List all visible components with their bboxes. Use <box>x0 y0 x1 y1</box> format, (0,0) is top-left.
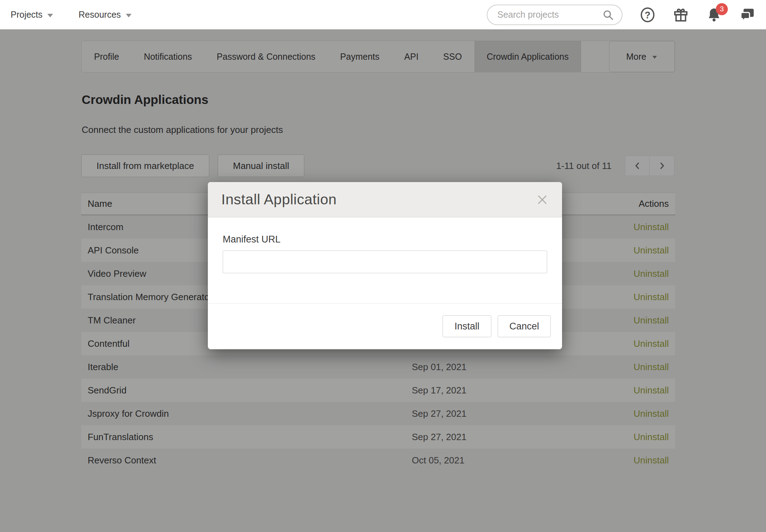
projects-menu[interactable]: Projects <box>11 10 53 20</box>
install-button[interactable]: Install <box>443 315 491 337</box>
top-navbar: Projects Resources ? <box>0 0 766 29</box>
modal-header: Install Application <box>208 182 562 217</box>
gift-icon[interactable] <box>673 7 689 23</box>
svg-text:?: ? <box>645 10 650 20</box>
search-box <box>487 5 622 25</box>
manifest-url-input[interactable] <box>223 251 547 273</box>
resources-menu[interactable]: Resources <box>78 10 131 20</box>
chat-icon[interactable] <box>739 7 755 23</box>
projects-menu-label: Projects <box>11 10 42 20</box>
cancel-button[interactable]: Cancel <box>498 315 551 337</box>
search-icon[interactable] <box>602 9 614 21</box>
close-icon[interactable] <box>536 193 549 206</box>
bell-icon[interactable]: 3 <box>706 7 722 23</box>
resources-menu-label: Resources <box>78 10 121 20</box>
search-input[interactable] <box>497 10 602 20</box>
install-application-modal: Install Application Manifest URL Install… <box>208 182 562 349</box>
help-icon[interactable]: ? <box>639 7 656 23</box>
chevron-down-icon <box>47 14 53 17</box>
modal-footer-divider <box>208 303 562 304</box>
notification-badge: 3 <box>716 3 728 15</box>
modal-title: Install Application <box>221 191 337 208</box>
manifest-url-label: Manifest URL <box>223 234 281 245</box>
chevron-down-icon <box>126 14 131 17</box>
navbar-right: ? 3 <box>487 5 755 25</box>
